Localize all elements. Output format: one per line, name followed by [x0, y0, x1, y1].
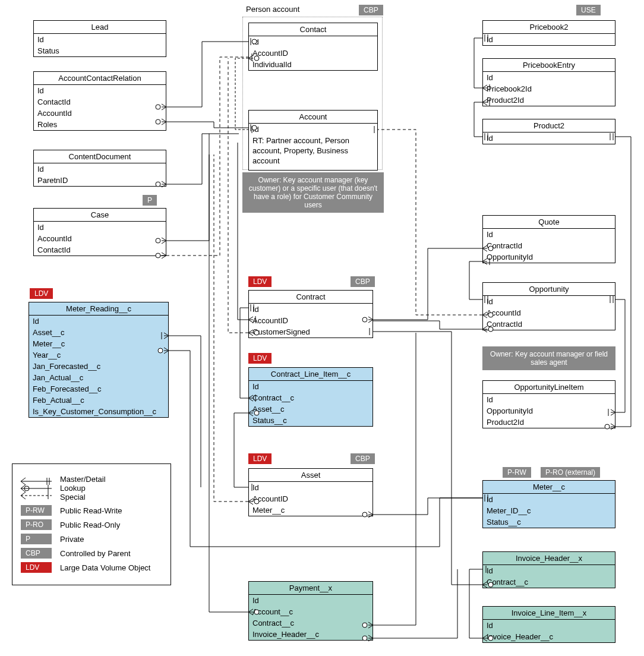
entity-field: Is_Key_Customer_Consumption__c [29, 406, 168, 417]
entity-field: ContractId [483, 240, 615, 251]
entity-field: AccountID [249, 493, 372, 504]
entity-field: AccountID [249, 315, 372, 326]
entity-acr: AccountContactRelation Id ContactId Acco… [33, 71, 166, 131]
entity-asset: Asset Id AccountID Meter__c [248, 468, 373, 516]
entity-field: AccountID [249, 48, 377, 59]
entity-field: Year__c [29, 349, 168, 361]
badge-use: USE [576, 5, 601, 15]
entity-field: AccountId [483, 307, 615, 318]
entity-quote: Quote Id ContractId OpportunityId [482, 215, 615, 263]
entity-field: Jan_Actual__c [29, 372, 168, 383]
entity-field: Id [34, 222, 166, 233]
entity-meter-reading: Meter_Reading__c Id Asset__c Meter__c Ye… [29, 302, 169, 418]
svg-line-2 [21, 481, 26, 485]
badge-prw-meter: P-RW [503, 467, 531, 478]
entity-title: Contact [249, 23, 377, 36]
entity-oli: OpportunityLineItem Id OpportunityId Pro… [482, 380, 615, 428]
badge-prw: P-RW [21, 505, 52, 516]
entity-title: Asset [249, 469, 372, 482]
entity-contentdocument: ContentDocument Id ParetnID [33, 150, 166, 187]
entity-title: Product2 [483, 119, 615, 133]
entity-title: Quote [483, 216, 615, 229]
entity-field: Status__c [249, 415, 372, 426]
entity-field: Id [483, 394, 615, 405]
entity-field: Product2Id [483, 417, 615, 428]
entity-field: Id [483, 494, 615, 505]
entity-title: Contract [249, 291, 372, 304]
badge-p-case: P [143, 195, 157, 206]
entity-field: Feb_Actual__c [29, 395, 168, 406]
entity-field: ContactId [34, 96, 166, 108]
entity-field: ParetnID [34, 175, 166, 186]
entity-field: CustomerSigned [249, 326, 372, 338]
entity-field: AccountId [34, 108, 166, 119]
entity-field: Pricebook2Id [483, 83, 615, 94]
entity-field: Id [34, 85, 166, 96]
entity-field: Id [249, 304, 372, 315]
badge-cbp-asset: CBP [351, 453, 375, 464]
entity-field: Id [249, 124, 377, 135]
badge-cbp: CBP [21, 548, 52, 559]
badge-pro-ext-meter: P-RO (external) [541, 467, 600, 478]
svg-line-1 [21, 478, 26, 481]
badge-cbp-contract: CBP [351, 276, 375, 287]
entity-opportunity: Opportunity Id AccountId ContractId [482, 282, 615, 330]
entity-ili: Invoice_Line_Item__x Id Invoice_Header__… [482, 606, 615, 643]
entity-lead: Lead Id Status [33, 20, 166, 57]
entity-field: Id [483, 296, 615, 307]
entity-field: ContactId [34, 244, 166, 256]
entity-title: Pricebook2 [483, 21, 615, 34]
entity-title: Contract_Line_Item__c [249, 368, 372, 381]
entity-field: RT: Partner account, Person account, Pro… [249, 135, 377, 170]
entity-cli: Contract_Line_Item__c Id Contract__c Ass… [248, 367, 373, 427]
entity-field: Id [249, 36, 377, 48]
entity-field: Id [483, 565, 615, 576]
entity-field: Invoice_Header__c [249, 629, 372, 640]
entity-contact: Contact Id AccountID IndividualId [248, 23, 378, 71]
entity-title: AccountContactRelation [34, 72, 166, 85]
entity-title: Opportunity [483, 283, 615, 296]
entity-field: Id [483, 133, 615, 144]
entity-field: Product2Id [483, 94, 615, 106]
entity-pbe: PricebookEntry Id Pricebook2Id Product2I… [482, 58, 615, 106]
badge-cbp-contact: CBP [359, 5, 383, 15]
entity-product2: Product2 Id [482, 119, 615, 144]
entity-field: Id [34, 34, 166, 45]
entity-field: Feb_Forecasted__c [29, 383, 168, 395]
entity-field: Meter__c [29, 338, 168, 349]
legend-relation-labels: Master/Detail Lookup Special [60, 475, 106, 502]
entity-field: Asset__c [29, 327, 168, 338]
entity-meter: Meter__c Id Meter_ID__c Status__c [482, 480, 615, 528]
entity-field: Meter__c [249, 504, 372, 516]
badge-ldv-contract: LDV [248, 276, 272, 287]
legend: Master/Detail Lookup Special P-RWPublic … [12, 463, 171, 585]
entity-pricebook2: Pricebook2 Id [482, 20, 615, 46]
entity-title: Case [34, 209, 166, 222]
svg-line-11 [21, 492, 26, 496]
svg-line-12 [21, 496, 26, 499]
entity-field: ContractId [483, 318, 615, 330]
entity-field: Asset__c [249, 403, 372, 415]
entity-case: Case Id AccountId ContactId [33, 208, 166, 256]
entity-title: PricebookEntry [483, 59, 615, 72]
entity-field: Id [483, 229, 615, 240]
entity-title: Account [249, 111, 377, 124]
entity-title: Invoice_Line_Item__x [483, 607, 615, 620]
entity-account: Account Id RT: Partner account, Person a… [248, 110, 378, 171]
entity-field: Id [34, 163, 166, 175]
entity-field: OpportunityId [483, 405, 615, 417]
entity-title: Meter__c [483, 481, 615, 494]
relation-glyphs-icon [21, 477, 52, 500]
badge-p: P [21, 534, 52, 544]
badge-pro: P-RO [21, 519, 52, 530]
note-account-owner: Owner: Key account manager (key customer… [242, 172, 384, 213]
entity-payment: Payment__x Id Account__c Contract__c Inv… [248, 581, 373, 641]
entity-field: Id [483, 72, 615, 83]
entity-contract: Contract Id AccountID CustomerSigned [248, 290, 373, 338]
entity-field: AccountId [34, 233, 166, 244]
badge-ldv-asset: LDV [248, 453, 272, 464]
entity-title: Lead [34, 21, 166, 34]
entity-field: Status__c [483, 516, 615, 528]
entity-invoice-header: Invoice_Header__x Id Contract__c [482, 551, 615, 588]
entity-field: Id [249, 595, 372, 606]
